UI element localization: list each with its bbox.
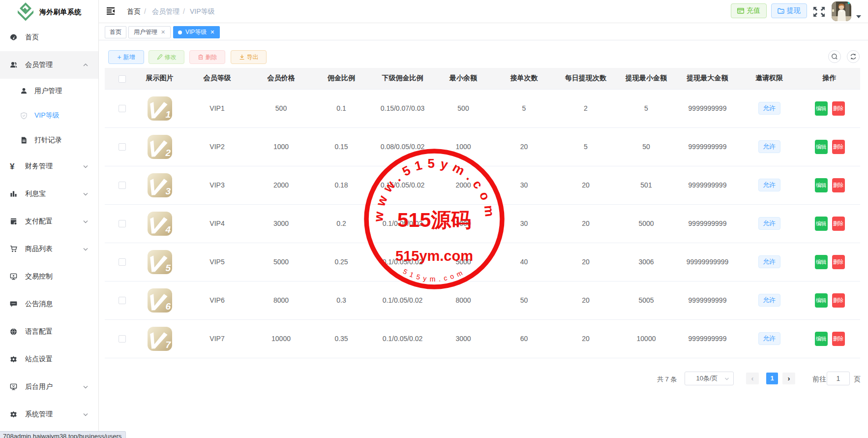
svg-text:3: 3 — [165, 186, 171, 196]
svg-text:6: 6 — [165, 301, 171, 312]
svg-text:5: 5 — [165, 263, 171, 273]
svg-text:1: 1 — [165, 109, 171, 120]
svg-text:2: 2 — [165, 148, 171, 158]
svg-text:4: 4 — [165, 224, 171, 235]
svg-text:515源码: 515源码 — [397, 209, 471, 231]
svg-text:7: 7 — [165, 340, 171, 350]
svg-text:515ym.com: 515ym.com — [395, 248, 473, 264]
